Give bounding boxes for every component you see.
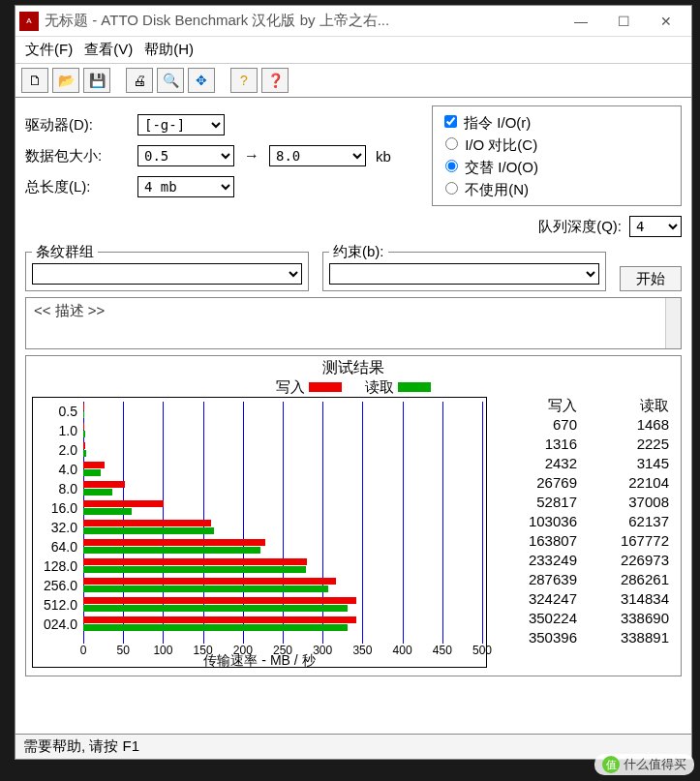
legend-read-label: 读取 [365, 378, 394, 395]
length-select[interactable]: 4 mb [137, 176, 234, 197]
print-icon[interactable]: 🖨 [126, 68, 153, 93]
table-row: 13162225 [491, 435, 675, 454]
table-row: 350224338690 [491, 609, 675, 628]
titlebar: A 无标题 - ATTO Disk Benchmark 汉化版 by 上帝之右.… [15, 6, 691, 37]
table-row: 287639286261 [491, 570, 675, 589]
watermark-text: 什么值得买 [624, 756, 686, 773]
col-read-header: 读取 [583, 397, 675, 415]
menubar: 文件(F) 查看(V) 帮助(H) [15, 37, 691, 64]
table-row: 6701468 [491, 415, 675, 435]
main-area: 驱动器(D): [-g-] 数据包大小: 0.5 → 8.0 kb 总长度(L)… [15, 98, 691, 734]
stripe-group-legend: 条纹群组 [32, 243, 98, 261]
table-row: 324247314834 [491, 589, 675, 609]
menu-file[interactable]: 文件(F) [25, 41, 73, 59]
results-data-table: 写入 读取 6701468131622252432314526769221045… [491, 397, 675, 668]
watermark: 值 什么值得买 [594, 754, 694, 775]
legend-read-swatch [398, 382, 431, 392]
packet-unit: kb [376, 148, 391, 165]
app-window: A 无标题 - ATTO Disk Benchmark 汉化版 by 上帝之右.… [15, 5, 692, 760]
maximize-button[interactable]: ☐ [602, 8, 645, 35]
legend-write-swatch [309, 382, 342, 392]
description-placeholder: << 描述 >> [34, 302, 105, 318]
legend-write-label: 写入 [276, 378, 305, 395]
constraint-fieldset: 约束(b): [322, 243, 606, 291]
io-overlap-radio[interactable]: 交替 I/O(O) [441, 157, 673, 177]
statusbar: 需要帮助, 请按 F1 [15, 734, 691, 759]
whatsthis-icon[interactable]: ❓ [261, 68, 289, 93]
results-title: 测试结果 [32, 358, 675, 378]
io-compare-radio[interactable]: I/O 对比(C) [441, 135, 673, 155]
table-row: 24323145 [491, 454, 675, 473]
col-write-header: 写入 [491, 397, 583, 415]
chart-legend: 写入 读取 [32, 378, 675, 397]
stripe-group-fieldset: 条纹群组 [25, 243, 309, 291]
drive-label: 驱动器(D): [25, 116, 132, 135]
watermark-icon: 值 [602, 756, 620, 773]
toolbar: 🗋 📂 💾 🖨 🔍 ✥ ? ❓ [15, 64, 691, 98]
packet-to-select[interactable]: 8.0 [269, 145, 366, 166]
description-box[interactable]: << 描述 >> [25, 297, 682, 349]
open-icon[interactable]: 📂 [52, 68, 79, 93]
table-row: 2676922104 [491, 473, 675, 493]
table-row: 350396338891 [491, 628, 675, 647]
io-neither-radio[interactable]: 不使用(N) [441, 179, 673, 199]
window-title: 无标题 - ATTO Disk Benchmark 汉化版 by 上帝之右... [45, 12, 560, 30]
results-panel: 测试结果 写入 读取 0.51.02.04.08.016.032.064.012… [25, 355, 682, 676]
drive-select[interactable]: [-g-] [137, 114, 225, 135]
table-row: 10303662137 [491, 512, 675, 531]
bar-chart: 0.51.02.04.08.016.032.064.0128.0256.0512… [32, 397, 487, 668]
minimize-button[interactable]: — [560, 8, 602, 35]
table-row: 233249226973 [491, 551, 675, 570]
packet-label: 数据包大小: [25, 147, 132, 165]
menu-help[interactable]: 帮助(H) [144, 41, 194, 59]
chart-y-labels: 0.51.02.04.08.016.032.064.0128.0256.0512… [33, 402, 81, 644]
constraint-select[interactable] [329, 263, 599, 285]
close-button[interactable]: ✕ [645, 8, 687, 35]
preview-icon[interactable]: 🔍 [157, 68, 184, 93]
start-button[interactable]: 开始 [620, 266, 682, 291]
table-row: 5281737008 [491, 493, 675, 512]
constraint-legend: 约束(b): [329, 243, 388, 261]
stripe-group-select[interactable] [32, 263, 302, 285]
direct-io-checkbox[interactable]: 指令 I/O(r) [441, 112, 673, 133]
queue-depth-label: 队列深度(Q): [538, 218, 622, 236]
arrow-icon: → [240, 147, 263, 165]
queue-depth-select[interactable]: 4 [629, 216, 682, 237]
length-label: 总长度(L): [25, 178, 132, 196]
help-icon[interactable]: ? [230, 68, 258, 93]
io-options-group: 指令 I/O(r) I/O 对比(C) 交替 I/O(O) 不使用(N) [432, 105, 682, 206]
save-icon[interactable]: 💾 [83, 68, 110, 93]
chart-x-title: 传输速率 - MB / 秒 [33, 652, 486, 670]
table-row: 163807167772 [491, 531, 675, 551]
menu-view[interactable]: 查看(V) [84, 41, 133, 59]
scrollbar[interactable] [665, 298, 681, 348]
app-icon: A [19, 12, 39, 31]
move-icon[interactable]: ✥ [188, 68, 215, 93]
packet-from-select[interactable]: 0.5 [137, 145, 234, 166]
chart-grid [83, 402, 482, 644]
new-icon[interactable]: 🗋 [21, 68, 48, 93]
